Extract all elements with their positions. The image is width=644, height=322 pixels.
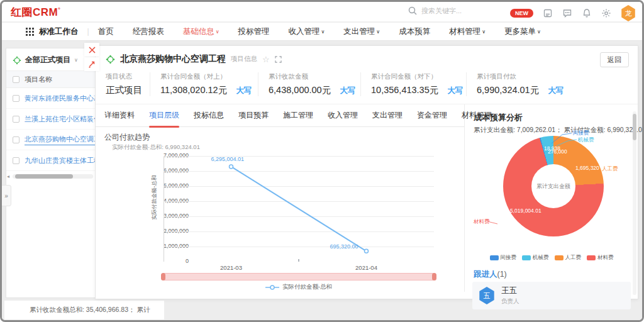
capitalized-link[interactable]: 大写 [447, 86, 463, 96]
tab-construction[interactable]: 施工管理 [283, 104, 313, 127]
tab-hierarchy[interactable]: 项目层级 [149, 104, 179, 127]
notes-icon[interactable] [543, 8, 553, 18]
vertical-scrollbar[interactable] [633, 111, 636, 295]
capitalized-link[interactable]: 大写 [548, 86, 564, 96]
nav-item-home[interactable]: 首页 [98, 26, 114, 37]
chart-legend[interactable]: 实际付款金额-总和 [164, 283, 434, 291]
legend-item-indirect[interactable]: 间接费 [490, 254, 517, 262]
row-checkbox[interactable] [13, 116, 19, 123]
tab-expense[interactable]: 支出管理 [372, 104, 402, 127]
main-nav: 标准工作台 | 首页 经营报表 基础信息∨ 投标管理 收入管理∨ 支出管理∨ 成… [2, 23, 642, 41]
swatch [522, 255, 531, 260]
app-window: 红圈CRM° NEW 龙 标准工作台 | 首页 经营报表 基础信息∨ 投标管理 … [0, 0, 644, 322]
zoom-handle-right[interactable] [432, 273, 436, 280]
follower-card[interactable]: 五 王五 负责人 [472, 282, 631, 309]
chart-title: 公司付款趋势 [104, 132, 150, 143]
tab-funds[interactable]: 资金管理 [417, 104, 447, 127]
favorite-star-icon[interactable]: ☆ [262, 55, 270, 64]
cost-analysis-panel: 成本预算分析 累计支出金额: 7,009,262.01； 累计付款金额: 6,9… [465, 104, 638, 292]
workbench-label[interactable]: 标准工作台 [39, 26, 79, 37]
top-header: 红圈CRM° NEW 龙 [2, 2, 642, 22]
nav-item-cost-budget[interactable]: 成本预算 [399, 26, 430, 37]
project-link[interactable]: 北京燕莎购物中心空调工程 [25, 135, 96, 145]
nav-item-bidding[interactable]: 投标管理 [238, 26, 269, 37]
messages-icon[interactable] [562, 8, 572, 18]
sidebar-collapse-handle[interactable]: » [2, 185, 11, 206]
legend-label: 实际付款金额-总和 [282, 283, 332, 291]
zoom-handle-left[interactable] [161, 273, 165, 280]
tab-budget[interactable]: 项目预算 [238, 104, 269, 127]
project-list-panel: 全部正式项目 ∨ 项目名称 黄河东路便民服务中心幕... 兰溪上苑住宅小区精装修… [6, 48, 96, 298]
brand-logo: 红圈CRM° [11, 5, 60, 19]
data-point-label: 6,295,004.01 [211, 156, 245, 162]
trend-line-svg [164, 156, 434, 262]
legend-item-material[interactable]: 材料费 [587, 254, 614, 262]
select-all-checkbox[interactable] [13, 76, 19, 83]
nav-divider: | [87, 27, 89, 36]
legend-marker-icon [265, 284, 279, 291]
search-input[interactable] [421, 7, 497, 14]
project-link[interactable]: 兰溪上苑住宅小区精装修... [25, 114, 96, 124]
pie-legend: 间接费 机械费 人工费 材料费 [465, 254, 638, 262]
user-avatar[interactable]: 龙 [621, 5, 636, 21]
app-grid-icon[interactable] [26, 28, 34, 36]
column-header-label: 项目名称 [25, 75, 52, 84]
scrollbar-thumb[interactable] [15, 174, 73, 179]
gear-icon[interactable] [601, 8, 611, 18]
project-icon [106, 55, 115, 64]
tab-bidding[interactable]: 投标信息 [194, 104, 224, 127]
chart-subtitle: 实际付款金额·总和: 6,990,324.01 [112, 143, 200, 152]
table-row: 九华山庄贵宾楼主体工程 [6, 150, 96, 171]
bell-icon[interactable] [582, 8, 592, 18]
chevron-down-icon: ∨ [537, 29, 541, 35]
stat-contract-up: 累计合同金额（对上） 11,308,020.12元大写 [150, 72, 258, 96]
data-zoom-slider[interactable] [161, 273, 436, 280]
expand-button[interactable] [84, 57, 99, 71]
nav-item-materials[interactable]: 材料管理∨ [449, 26, 486, 37]
follower-avatar: 五 [479, 287, 495, 304]
legend-item-machinery[interactable]: 机械费 [522, 254, 549, 262]
table-row: 黄河东路便民服务中心幕... [6, 88, 96, 109]
project-link[interactable]: 黄河东路便民服务中心幕... [25, 94, 96, 103]
global-search[interactable] [408, 6, 497, 16]
chevron-down-icon[interactable]: ∨ [74, 57, 78, 63]
nav-item-expense[interactable]: 支出管理∨ [343, 26, 380, 37]
fullscreen-icon[interactable] [275, 56, 282, 63]
project-scope-icon [13, 56, 21, 65]
row-checkbox[interactable] [13, 136, 19, 143]
horizontal-scrollbar[interactable]: ◂ [6, 174, 96, 179]
stat-contract-down: 累计合同金额（对下） 10,356,413.35元大写 [360, 72, 466, 96]
back-button[interactable]: 返回 [600, 52, 629, 67]
capitalized-link[interactable]: 大写 [340, 86, 355, 96]
nav-item-basic-info[interactable]: 基础信息∨ [183, 26, 219, 37]
stat-paid: 累计项目付款 6,990,324.01元大写 [466, 72, 573, 96]
data-point-label: 695,320.00 [330, 243, 358, 250]
table-row-selected: 北京燕莎购物中心空调工程 [6, 130, 96, 150]
project-link[interactable]: 九华山庄贵宾楼主体工程 [25, 156, 96, 165]
payment-trend-chart: 公司付款趋势 实际付款金额·总和: 6,990,324.01 实际付款金额-总和… [96, 127, 464, 291]
new-badge[interactable]: NEW [510, 9, 533, 18]
tab-income[interactable]: 收入管理 [328, 104, 358, 127]
nav-item-reports[interactable]: 经营报表 [133, 26, 164, 37]
project-filter-label[interactable]: 全部正式项目 [25, 55, 70, 65]
row-checkbox[interactable] [13, 95, 19, 102]
page-title: 北京燕莎购物中心空调工程 [120, 53, 226, 65]
row-checkbox[interactable] [13, 157, 19, 164]
scroll-left-arrow[interactable]: ◂ [7, 174, 9, 179]
slice-label-machinery: 机械费 [578, 136, 594, 144]
list-totals-bar: 累计收款金额总和: 35,406,966.83； 累计 [4, 301, 164, 319]
nav-item-income[interactable]: 收入管理∨ [288, 26, 325, 37]
scrollbar-thumb[interactable] [633, 114, 636, 140]
nav-item-more[interactable]: 更多菜单∨ [504, 26, 541, 37]
x-tick: 2021-03 [220, 264, 242, 271]
chevron-down-icon: ∨ [216, 29, 219, 35]
close-button[interactable] [84, 43, 99, 57]
slice-value-material: 5,019,004.01 [510, 208, 541, 214]
chevron-down-icon: ∨ [321, 29, 325, 35]
capitalized-link[interactable]: 大写 [236, 86, 252, 96]
project-detail-panel: 北京燕莎购物中心空调工程 项目信息 ☆ 返回 项目状态 正式项目 累计合同金额（… [95, 45, 638, 299]
list-column-header: 项目名称 [6, 70, 96, 88]
legend-item-labor[interactable]: 人工费 [555, 254, 582, 262]
tab-details[interactable]: 详细资料 [104, 104, 135, 127]
chevron-down-icon: ∨ [376, 29, 380, 35]
